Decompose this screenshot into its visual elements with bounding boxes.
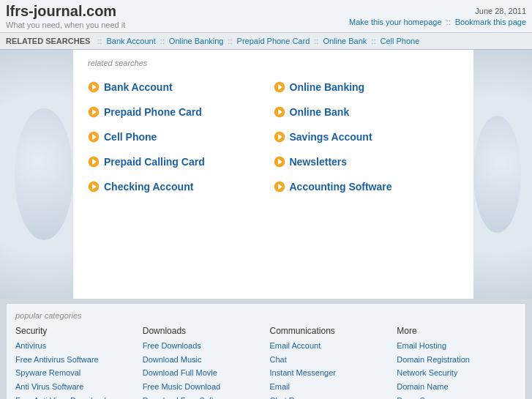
pop-link-chat[interactable]: Chat (270, 353, 390, 367)
related-bank-account[interactable]: Bank Account (106, 37, 155, 45)
pop-link-proxy[interactable]: Proxy Servers (397, 394, 517, 399)
pop-link-chat-room[interactable]: Chat Room (270, 394, 390, 399)
pop-link-dl-movie[interactable]: Download Full Movie (143, 366, 263, 380)
link-newsletters[interactable]: Newsletters (290, 156, 348, 168)
link-bank-account[interactable]: Bank Account (104, 81, 173, 93)
site-tagline: What you need, when you need it (6, 20, 125, 29)
link-prepaid-phone-card[interactable]: Prepaid Phone Card (104, 106, 202, 118)
arrow-icon (88, 131, 100, 143)
popular-col-header-security: Security (15, 326, 135, 336)
link-prepaid-calling-card[interactable]: Prepaid Calling Card (104, 156, 205, 168)
topbar: lfrs-journal.com What you need, when you… (0, 0, 532, 33)
link-item-prepaid-calling-card: Prepaid Calling Card (88, 149, 274, 174)
search-links-label: related searches (88, 59, 459, 67)
pop-link-dl-music[interactable]: Download Music (143, 353, 263, 367)
sep3: :: (228, 37, 232, 45)
links-grid: Bank Account Online Banking Prepaid Phon… (88, 75, 459, 199)
arrow-icon (274, 81, 285, 93)
main-content: related searches Bank Account Online Ban… (0, 50, 532, 299)
popular-grid: Security Antivirus Free Antivirus Softwa… (15, 326, 517, 399)
link-item-newsletters: Newsletters (274, 149, 460, 174)
pop-link-dl-software[interactable]: Download Free Software (143, 394, 263, 399)
popular-col-security: Security Antivirus Free Antivirus Softwa… (15, 326, 135, 399)
left-circle (15, 108, 73, 240)
pop-link-domain-reg[interactable]: Domain Registration (397, 353, 517, 367)
link-checking-account[interactable]: Checking Account (104, 181, 193, 193)
pop-link-free-dl[interactable]: Free Downloads (143, 339, 263, 353)
related-online-bank[interactable]: Online Bank (323, 37, 367, 45)
related-online-banking[interactable]: Online Banking (169, 37, 224, 45)
homepage-link[interactable]: Make this your homepage (349, 18, 442, 26)
sep2: :: (160, 37, 165, 45)
sep4: :: (314, 37, 318, 45)
pop-link-anti-virus[interactable]: Anti Virus Software (15, 380, 135, 394)
right-decoration (473, 50, 532, 299)
top-date: June 28, 2011 (349, 7, 526, 15)
link-item-cell-phone: Cell Phone (88, 124, 274, 149)
link-cell-phone[interactable]: Cell Phone (104, 131, 157, 143)
arrow-icon (88, 106, 100, 118)
arrow-icon (274, 181, 285, 193)
related-prepaid-phone-card[interactable]: Prepaid Phone Card (237, 37, 310, 45)
top-links: Make this your homepage :: Bookmark this… (349, 18, 526, 26)
popular-col-downloads: Downloads Free Downloads Download Music … (143, 326, 263, 399)
link-online-bank[interactable]: Online Bank (290, 106, 350, 118)
pop-link-email-hosting[interactable]: Email Hosting (397, 339, 517, 353)
popular-col-header-downloads: Downloads (143, 326, 263, 336)
pop-link-email[interactable]: Email (270, 380, 390, 394)
link-item-checking-account: Checking Account (88, 174, 274, 199)
right-circle (473, 116, 521, 233)
pop-link-domain-name[interactable]: Domain Name (397, 380, 517, 394)
popular-col-communications: Communications Email Account Chat Instan… (270, 326, 390, 399)
pop-link-free-antivirus[interactable]: Free Antivirus Software (15, 353, 135, 367)
related-searches-bar: RELATED SEARCHES :: Bank Account :: Onli… (0, 33, 532, 50)
pop-link-free-music[interactable]: Free Music Download (143, 380, 263, 394)
top-right: June 28, 2011 Make this your homepage ::… (349, 7, 526, 26)
link-savings-account[interactable]: Savings Account (290, 131, 372, 143)
pop-link-spyware[interactable]: Spyware Removal (15, 366, 135, 380)
search-links-area: related searches Bank Account Online Ban… (73, 50, 473, 299)
link-item-prepaid-phone-card: Prepaid Phone Card (88, 100, 274, 124)
link-item-online-bank: Online Bank (274, 100, 460, 124)
link-item-accounting-software: Accounting Software (274, 174, 460, 199)
arrow-icon (88, 181, 100, 193)
link-accounting-software[interactable]: Accounting Software (290, 181, 392, 193)
popular-col-header-more: More (397, 326, 517, 336)
related-searches-label: RELATED SEARCHES (6, 37, 90, 45)
pop-link-antivirus[interactable]: Antivirus (15, 339, 135, 353)
popular-col-more: More Email Hosting Domain Registration N… (397, 326, 517, 399)
related-cell-phone[interactable]: Cell Phone (380, 37, 419, 45)
pop-link-free-anti-virus-dl[interactable]: Free Anti Virus Download (15, 394, 135, 399)
pop-link-network-sec[interactable]: Network Security (397, 366, 517, 380)
popular-col-header-comm: Communications (270, 326, 390, 336)
pop-link-email-account[interactable]: Email Account (270, 339, 390, 353)
link-online-banking[interactable]: Online Banking (290, 81, 365, 93)
left-decoration (0, 50, 73, 299)
site-title: lfrs-journal.com (6, 3, 125, 20)
bookmark-link[interactable]: Bookmark this page (455, 18, 526, 26)
separator: :: (446, 18, 453, 26)
site-title-block: lfrs-journal.com What you need, when you… (6, 3, 125, 29)
link-item-online-banking: Online Banking (274, 75, 460, 100)
sep5: :: (371, 37, 375, 45)
popular-section: popular categories Security Antivirus Fr… (6, 303, 526, 399)
link-item-savings-account: Savings Account (274, 124, 460, 149)
link-item-bank-account: Bank Account (88, 75, 274, 100)
sep1: :: (97, 37, 102, 45)
pop-link-instant-msg[interactable]: Instant Messenger (270, 366, 390, 380)
arrow-icon (88, 156, 100, 168)
arrow-icon (274, 131, 285, 143)
popular-label: popular categories (15, 311, 517, 320)
arrow-icon (274, 156, 285, 168)
arrow-icon (88, 81, 100, 93)
arrow-icon (274, 106, 285, 118)
